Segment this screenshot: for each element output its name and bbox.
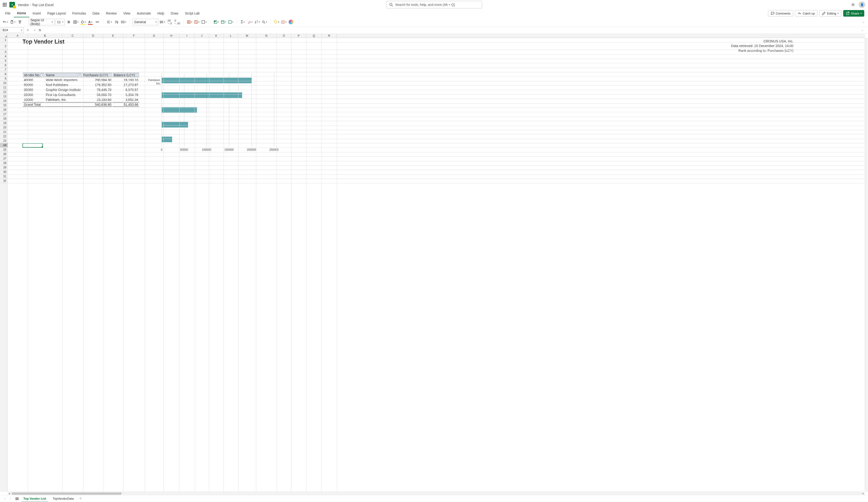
fill-color-button[interactable]: ▾ <box>80 19 86 25</box>
row-header-32[interactable]: 32 <box>0 179 7 183</box>
ribbon-tab-home[interactable]: Home <box>14 9 30 17</box>
conditional-format-button[interactable]: ▾ <box>213 19 219 25</box>
ribbon-tab-script-lab[interactable]: Script Lab <box>182 9 203 17</box>
table-cell[interactable]: 540,636.80 <box>82 102 112 107</box>
align-button[interactable]: ▾ <box>106 19 113 25</box>
format-cells-button[interactable]: ▾ <box>201 19 207 25</box>
row-header-1[interactable]: 1 <box>0 38 7 42</box>
column-header-F[interactable]: F <box>123 34 145 38</box>
row-header-8[interactable]: 8 <box>0 72 7 76</box>
row-header-24[interactable]: 24 <box>0 143 7 147</box>
sensitivity-button[interactable]: ▾ <box>273 19 280 25</box>
table-cell[interactable]: First Up Consultants <box>45 92 82 97</box>
row-header-13[interactable]: 13 <box>0 94 7 99</box>
table-cell[interactable]: Fabrikam, Inc. <box>45 97 82 102</box>
fx-icon[interactable]: fx <box>39 28 41 32</box>
clear-button[interactable]: ▾ <box>247 19 253 25</box>
row-header-26[interactable]: 26 <box>0 152 7 156</box>
row-header-21[interactable]: 21 <box>0 130 7 134</box>
table-cell[interactable]: Nod Publishers <box>45 83 82 87</box>
ribbon-tab-review[interactable]: Review <box>103 9 120 17</box>
column-header-E[interactable]: E <box>103 34 123 38</box>
row-header-9[interactable]: 9 <box>0 76 7 81</box>
column-header-R[interactable]: R <box>322 34 337 38</box>
more-font-button[interactable]: ••• <box>94 19 100 25</box>
row-header-6[interactable]: 6 <box>0 63 7 68</box>
ribbon-tab-formulas[interactable]: Formulas <box>69 9 89 17</box>
table-cell[interactable]: 40000 <box>23 78 44 82</box>
search-input[interactable]: Search for tools, help, and more (Alt + … <box>386 1 482 8</box>
paste-button[interactable]: ▾ <box>10 19 16 25</box>
column-header-D[interactable]: D <box>83 34 103 38</box>
borders-button[interactable]: ▾ <box>73 19 79 25</box>
addins-button[interactable]: ▾ <box>281 19 287 25</box>
table-cell[interactable]: 51,453.66 <box>113 102 139 107</box>
settings-gear-icon[interactable] <box>851 3 855 7</box>
table-cell[interactable]: 3,652.34 <box>113 97 139 102</box>
table-cell[interactable]: Wide World Importers <box>45 78 82 82</box>
cell-styles-button[interactable]: ▾ <box>228 19 234 25</box>
copilot-button[interactable] <box>288 19 294 25</box>
merge-button[interactable]: ▾ <box>121 19 127 25</box>
catch-up-button[interactable]: Catch up <box>795 10 817 17</box>
row-header-11[interactable]: 11 <box>0 85 7 90</box>
row-header-30[interactable]: 30 <box>0 170 7 174</box>
font-name-dropdown[interactable]: Segoe UI (Body)▾ <box>29 19 54 25</box>
row-header-19[interactable]: 19 <box>0 121 7 125</box>
app-launcher-icon[interactable] <box>3 3 7 7</box>
name-box[interactable]: B24 ▾ <box>1 27 24 33</box>
column-header-C[interactable]: C <box>62 34 83 38</box>
row-header-20[interactable]: 20 <box>0 125 7 130</box>
row-header-31[interactable]: 31 <box>0 174 7 179</box>
row-header-22[interactable]: 22 <box>0 134 7 139</box>
column-header-G[interactable]: G <box>145 34 164 38</box>
row-header-7[interactable]: 7 <box>0 68 7 72</box>
table-cell[interactable]: 23,193.60 <box>82 97 112 102</box>
horizontal-scrollbar-thumb[interactable] <box>12 492 122 495</box>
scroll-left-button[interactable]: ◂ <box>8 492 11 495</box>
ribbon-tab-data[interactable]: Data <box>89 9 103 17</box>
autosum-button[interactable]: Σ▾ <box>240 19 246 25</box>
row-header-4[interactable]: 4 <box>0 54 7 59</box>
row-header-16[interactable]: 16 <box>0 107 7 112</box>
ribbon-tab-page-layout[interactable]: Page Layout <box>44 9 69 17</box>
table-cell[interactable]: 20000 <box>23 92 44 97</box>
number-format-dropdown[interactable]: General▾ <box>133 19 158 25</box>
all-sheets-button[interactable] <box>16 498 19 500</box>
column-header-I[interactable]: I <box>179 34 195 38</box>
table-cell[interactable]: 50000 <box>23 83 44 87</box>
row-header-25[interactable]: 25 <box>0 147 7 152</box>
sheet-tab[interactable]: TopVendorData <box>50 496 76 501</box>
table-cell[interactable]: Grand Total <box>23 102 44 107</box>
cancel-formula-button[interactable]: ✕ <box>25 27 31 33</box>
row-header-5[interactable]: 5 <box>0 59 7 63</box>
column-header-P[interactable]: P <box>291 34 307 38</box>
column-header-L[interactable]: L <box>224 34 238 38</box>
table-cell[interactable]: 5,354.78 <box>113 92 139 97</box>
ribbon-tab-automate[interactable]: Automate <box>134 9 154 17</box>
table-cell[interactable]: 59,060.70 <box>82 92 112 97</box>
currency-button[interactable]: $€▾ <box>159 19 166 25</box>
editing-mode-button[interactable]: Editing ▾ <box>819 10 841 17</box>
row-header-28[interactable]: 28 <box>0 161 7 165</box>
row-header-2[interactable]: 2 <box>0 42 7 50</box>
enter-formula-button[interactable]: ✓ <box>32 27 38 33</box>
font-color-button[interactable]: A▾ <box>87 19 93 25</box>
ribbon-tab-view[interactable]: View <box>120 9 134 17</box>
column-header-Q[interactable]: Q <box>307 34 322 38</box>
row-header-29[interactable]: 29 <box>0 165 7 170</box>
formula-bar-input[interactable] <box>42 27 858 33</box>
row-header-14[interactable]: 14 <box>0 99 7 103</box>
prev-sheet-button[interactable]: 〈 <box>2 496 7 501</box>
format-table-button[interactable]: ▾ <box>220 19 227 25</box>
table-cell[interactable]: 17,273.87 <box>113 83 139 87</box>
ribbon-tab-file[interactable]: File <box>2 9 14 17</box>
next-sheet-button[interactable]: 〉 <box>9 496 13 501</box>
ribbon-tab-draw[interactable]: Draw <box>167 9 182 17</box>
format-painter-button[interactable] <box>17 19 23 25</box>
row-header-23[interactable]: 23 <box>0 139 7 143</box>
table-cell[interactable]: 18,193.10 <box>113 78 139 82</box>
row-header-12[interactable]: 12 <box>0 90 7 94</box>
bold-button[interactable]: B <box>66 19 72 25</box>
sheet-tab[interactable]: Top Vendor List <box>21 496 49 501</box>
